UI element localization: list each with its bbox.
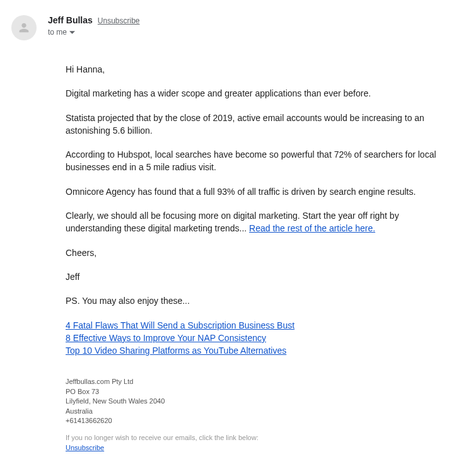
footer-phone: +61413662620 [66,416,455,426]
sender-row: Jeff Bullas Unsubscribe [48,15,455,25]
sender-name: Jeff Bullas [48,15,93,25]
footer-note: If you no longer wish to receive our ema… [66,433,455,443]
email-body: Hi Hanna, Digital marketing has a wider … [66,63,455,453]
recipient-label: to me [48,28,67,37]
recipient-row: to me [48,26,455,38]
paragraph-4: Omnicore Agency has found that a full 93… [66,185,455,198]
footer-company: Jeffbullas.com Pty Ltd [66,377,455,386]
email-footer: Jeffbullas.com Pty Ltd PO Box 73 Lilyfie… [66,377,455,453]
footer-city-line: Lilyfield, New South Wales 2040 [66,397,455,406]
read-article-link[interactable]: Read the rest of the article here. [249,223,375,233]
person-icon [17,21,31,35]
show-details-button[interactable] [69,26,75,38]
header-info: Jeff Bullas Unsubscribe to me [48,15,455,38]
paragraph-1: Digital marketing has a wider scope and … [66,87,455,100]
greeting: Hi Hanna, [66,63,455,76]
signature: Jeff [66,270,455,283]
footer-country: Australia [66,407,455,416]
unsubscribe-link-footer[interactable]: Unsubscribe [66,444,104,451]
footer-po-box: PO Box 73 [66,387,455,397]
email-header: Jeff Bullas Unsubscribe to me [11,15,455,40]
footer-address: Jeffbullas.com Pty Ltd PO Box 73 Lilyfie… [66,377,455,426]
ps-links: 4 Fatal Flaws That Will Send a Subscript… [66,319,455,357]
signoff: Cheers, [66,247,455,259]
paragraph-2: Statista projected that by the close of … [66,112,455,137]
ps-link-2[interactable]: 8 Effective Ways to Improve Your NAP Con… [66,333,266,343]
paragraph-3: According to Hubspot, local searches hav… [66,148,455,174]
ps-intro: PS. You may also enjoy these... [66,294,455,307]
chevron-down-icon [69,30,75,35]
paragraph-5: Clearly, we should all be focusing more … [66,209,455,235]
unsubscribe-link-top[interactable]: Unsubscribe [98,16,140,25]
avatar[interactable] [11,15,37,40]
ps-link-1[interactable]: 4 Fatal Flaws That Will Send a Subscript… [66,320,294,330]
ps-link-3[interactable]: Top 10 Video Sharing Platforms as YouTub… [66,345,286,356]
